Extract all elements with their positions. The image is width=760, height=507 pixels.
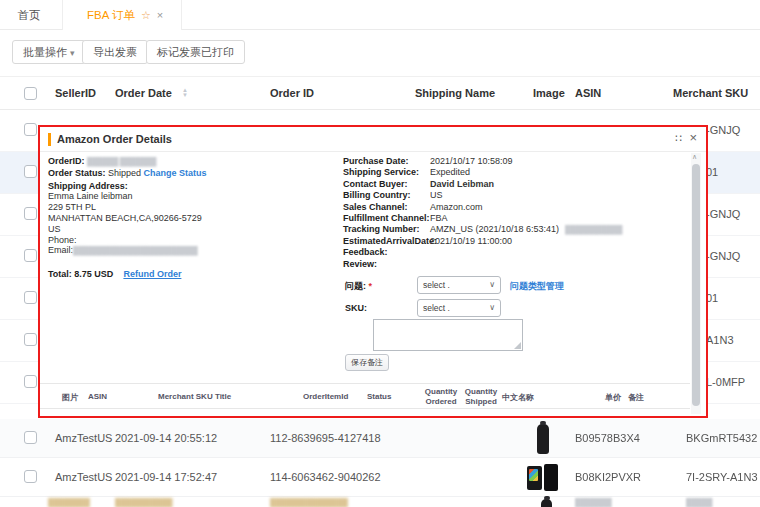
seller-id-redacted: ████████ bbox=[48, 498, 89, 507]
item-col-asin: ASIN bbox=[88, 392, 107, 401]
item-col-unit-price: 单价 bbox=[605, 392, 621, 403]
col-image: Image bbox=[533, 87, 565, 99]
col-order-id: Order ID bbox=[270, 87, 314, 99]
shipping-address-label: Shipping Address: bbox=[48, 181, 338, 192]
table-row[interactable]: ████████ ███████████ ███████████████ ███… bbox=[0, 497, 760, 507]
shipping-address-label-text: Shipping Address: bbox=[48, 181, 128, 191]
order-id-link[interactable]: 114-6063462-9040262 bbox=[270, 471, 381, 483]
item-col-orderitemid: OrderItemId bbox=[303, 392, 348, 401]
detail-row: Billing Country:US bbox=[343, 190, 688, 201]
question-label: 问题: * bbox=[345, 280, 372, 293]
address-line1: 229 5TH PL bbox=[48, 202, 338, 213]
tab-bar: 首页 FBA 订单 ☆ × bbox=[0, 0, 760, 30]
batch-actions-button[interactable]: 批量操作 ▾ bbox=[12, 40, 86, 64]
drag-handle-icon[interactable]: ∷ bbox=[675, 132, 682, 145]
merchant-sku-value: BKGmRT5432 bbox=[686, 432, 757, 444]
row-checkbox[interactable] bbox=[24, 249, 37, 262]
email-line: Email:████████████████████████ bbox=[48, 245, 338, 257]
detail-row: Feedback: bbox=[343, 247, 688, 258]
detail-row: Sales Channel:Amazon.com bbox=[343, 202, 688, 213]
detail-value: US bbox=[430, 190, 443, 201]
contact-buyer-link[interactable]: David Leibman bbox=[430, 179, 494, 190]
tab-fba-orders[interactable]: FBA 订单 ☆ × bbox=[62, 0, 182, 30]
save-note-button[interactable]: 保存备注 bbox=[345, 354, 389, 371]
item-col-status: Status bbox=[367, 392, 391, 401]
resize-grip-icon[interactable] bbox=[514, 342, 521, 349]
detail-label: Review: bbox=[343, 259, 430, 270]
row-checkbox[interactable] bbox=[24, 291, 37, 304]
table-row[interactable]: AmzTestUS 2021-09-14 20:55:12 112-863969… bbox=[0, 419, 760, 458]
address-country: US bbox=[48, 224, 338, 235]
detail-label: Contact Buyer: bbox=[343, 179, 430, 190]
question-type-manage-link[interactable]: 问题类型管理 bbox=[510, 280, 564, 293]
required-asterisk: * bbox=[369, 281, 373, 291]
detail-label: EstimatedArrivalDate: bbox=[343, 236, 430, 247]
scrollbar-thumb[interactable] bbox=[692, 164, 700, 406]
item-col-note: 备注 bbox=[628, 392, 644, 403]
export-invoice-button[interactable]: 导出发票 bbox=[82, 40, 148, 64]
order-id-line: OrderID: ██████ ███████ bbox=[48, 156, 338, 168]
detail-row: Contact Buyer:David Leibman bbox=[343, 179, 688, 190]
row-checkbox[interactable] bbox=[24, 375, 37, 388]
export-invoice-label: 导出发票 bbox=[93, 46, 137, 58]
question-label-text: 问题: bbox=[345, 281, 366, 291]
tab-home-label: 首页 bbox=[18, 8, 41, 23]
chevron-down-icon: ∨ bbox=[489, 277, 495, 293]
tab-home[interactable]: 首页 bbox=[0, 0, 58, 30]
row-checkbox[interactable] bbox=[24, 123, 37, 136]
amazon-order-details-modal: Amazon Order Details ∷ × ∧ OrderID: ████… bbox=[38, 125, 708, 418]
total-label: Total: bbox=[48, 269, 72, 279]
favorite-star-icon[interactable]: ☆ bbox=[141, 9, 151, 22]
detail-row: Fulfillment Channel:FBA bbox=[343, 213, 688, 224]
note-textarea[interactable] bbox=[373, 319, 523, 351]
col-order-date[interactable]: Order Date bbox=[115, 87, 172, 99]
detail-row: Purchase Date:2021/10/17 10:58:09 bbox=[343, 156, 688, 167]
modal-titlebar[interactable]: Amazon Order Details ∷ × bbox=[40, 127, 706, 152]
chevron-down-icon: ∨ bbox=[489, 300, 495, 316]
phone-label: Phone: bbox=[48, 235, 77, 245]
asin-link[interactable]: B08KI2PVXR bbox=[575, 471, 641, 483]
question-select-value: select . bbox=[423, 280, 450, 290]
merchant-sku-value: -GNJQ bbox=[706, 124, 740, 136]
close-modal-icon[interactable]: × bbox=[689, 130, 697, 145]
question-select[interactable]: select .∨ bbox=[417, 276, 501, 294]
detail-label: Feedback: bbox=[343, 247, 430, 258]
seller-id-value: AmzTestUS bbox=[55, 432, 112, 444]
fba-orders-page: 首页 FBA 订单 ☆ × 批量操作 ▾ 导出发票 标记发票已打印 Seller… bbox=[0, 0, 760, 507]
product-image bbox=[541, 499, 552, 507]
sku-select[interactable]: select .∨ bbox=[417, 299, 501, 317]
change-status-link[interactable]: Change Status bbox=[144, 168, 207, 178]
detail-value: 2021/10/19 11:00:00 bbox=[430, 236, 512, 247]
total-line: Total: 8.75 USD Refund Order bbox=[48, 269, 338, 280]
orders-table-header: SellerID Order Date ▲▼ Order ID Shipping… bbox=[0, 76, 760, 110]
modal-scrollbar[interactable]: ∧ bbox=[691, 153, 701, 414]
col-shipping-name: Shipping Name bbox=[415, 87, 495, 99]
asin-link[interactable]: B09578B3X4 bbox=[575, 432, 640, 444]
title-accent-bar bbox=[48, 133, 51, 146]
detail-label: Billing Country: bbox=[343, 190, 430, 201]
order-id-label: OrderID: bbox=[48, 156, 85, 166]
seller-id-value: AmzTestUS bbox=[55, 471, 112, 483]
row-checkbox[interactable] bbox=[24, 333, 37, 346]
row-checkbox[interactable] bbox=[24, 165, 37, 178]
detail-label: Sales Channel: bbox=[343, 202, 430, 213]
row-checkbox[interactable] bbox=[24, 470, 37, 483]
sort-icon[interactable]: ▲▼ bbox=[182, 88, 188, 97]
modal-title: Amazon Order Details bbox=[57, 133, 172, 145]
select-all-checkbox[interactable] bbox=[24, 87, 37, 100]
product-image bbox=[527, 464, 561, 491]
row-checkbox[interactable] bbox=[24, 431, 37, 444]
asin-redacted: ███████ bbox=[575, 498, 611, 507]
order-date-value: 2021-09-14 20:55:12 bbox=[115, 432, 217, 444]
detail-label: Purchase Date: bbox=[343, 156, 430, 167]
mark-invoice-printed-button[interactable]: 标记发票已打印 bbox=[146, 40, 245, 64]
order-id-link[interactable]: 112-8639695-4127418 bbox=[270, 432, 381, 444]
table-row[interactable]: AmzTestUS 2021-09-14 17:52:47 114-606346… bbox=[0, 458, 760, 497]
close-tab-icon[interactable]: × bbox=[157, 9, 163, 21]
col-asin: ASIN bbox=[575, 87, 601, 99]
row-checkbox[interactable] bbox=[24, 207, 37, 220]
scroll-up-icon[interactable]: ∧ bbox=[692, 153, 697, 161]
item-col-qty-ordered: Quantity Ordered bbox=[421, 387, 461, 406]
refund-order-link[interactable]: Refund Order bbox=[123, 269, 181, 279]
item-col-image: 图片 bbox=[62, 392, 78, 403]
